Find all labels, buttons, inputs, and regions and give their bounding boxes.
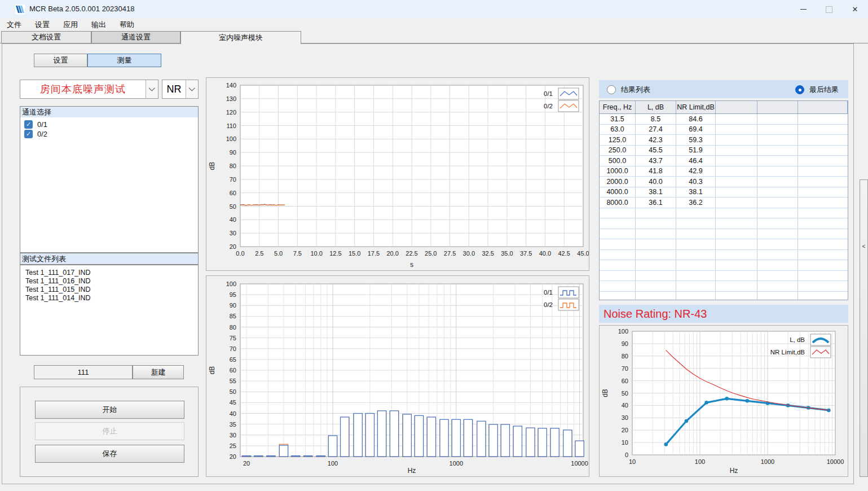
table-cell[interactable] bbox=[798, 125, 848, 135]
table-cell[interactable] bbox=[798, 229, 848, 239]
table-cell[interactable] bbox=[676, 260, 716, 270]
checkbox-checked-icon[interactable]: ✓ bbox=[24, 130, 33, 138]
table-cell[interactable] bbox=[757, 281, 798, 291]
table-cell[interactable] bbox=[600, 229, 636, 239]
table-cell[interactable] bbox=[757, 166, 798, 177]
table-cell[interactable] bbox=[757, 250, 798, 260]
table-cell[interactable] bbox=[798, 114, 848, 124]
table-cell[interactable] bbox=[716, 187, 757, 198]
table-cell[interactable] bbox=[636, 250, 676, 260]
table-cell[interactable] bbox=[716, 218, 757, 229]
table-cell[interactable]: 250.0 bbox=[600, 146, 636, 156]
table-cell[interactable] bbox=[636, 218, 676, 229]
table-cell[interactable] bbox=[716, 250, 757, 260]
tab-indoor-noise-module[interactable]: 室内噪声模块 bbox=[180, 31, 301, 44]
test-file-item[interactable]: Test 1_111_015_IND bbox=[20, 286, 198, 294]
sub-tab-settings[interactable]: 设置 bbox=[34, 54, 87, 67]
table-cell[interactable] bbox=[716, 229, 757, 239]
table-cell[interactable]: 31.5 bbox=[600, 114, 636, 124]
table-cell[interactable] bbox=[757, 292, 798, 301]
result-list-radio[interactable]: 结果列表 bbox=[607, 85, 650, 95]
table-cell[interactable]: 500.0 bbox=[600, 156, 636, 166]
table-cell[interactable] bbox=[716, 281, 757, 291]
table-cell[interactable] bbox=[600, 250, 636, 260]
table-cell[interactable] bbox=[798, 156, 848, 166]
new-button[interactable]: 新建 bbox=[133, 365, 184, 379]
start-button[interactable]: 开始 bbox=[35, 401, 184, 419]
table-cell[interactable] bbox=[716, 125, 757, 135]
radio-unchecked-icon[interactable] bbox=[607, 85, 616, 94]
table-cell[interactable] bbox=[600, 208, 636, 218]
table-cell[interactable] bbox=[676, 218, 716, 229]
sub-tab-measure[interactable]: 测量 bbox=[87, 54, 161, 67]
results-table[interactable]: Freq., HzL, dBNR Limit,dB31.58.584.663.0… bbox=[599, 100, 848, 300]
table-header-cell[interactable]: L, dB bbox=[636, 101, 676, 113]
table-cell[interactable]: 2000.0 bbox=[600, 177, 636, 187]
table-cell[interactable] bbox=[716, 260, 757, 270]
table-cell[interactable] bbox=[798, 218, 848, 229]
table-header-cell[interactable]: NR Limit,dB bbox=[676, 101, 716, 113]
table-cell[interactable] bbox=[757, 187, 798, 198]
maximize-button[interactable] bbox=[816, 0, 842, 19]
checkbox-checked-icon[interactable]: ✓ bbox=[24, 120, 33, 129]
table-cell[interactable] bbox=[757, 125, 798, 135]
table-header-cell[interactable] bbox=[716, 101, 757, 113]
table-cell[interactable]: 84.6 bbox=[676, 114, 716, 124]
table-header-cell[interactable]: Freq., Hz bbox=[600, 101, 636, 113]
table-cell[interactable] bbox=[798, 187, 848, 198]
tab-document-settings[interactable]: 文档设置 bbox=[1, 31, 91, 43]
table-cell[interactable]: 59.3 bbox=[676, 135, 716, 145]
table-cell[interactable]: 36.2 bbox=[676, 198, 716, 208]
table-cell[interactable] bbox=[600, 260, 636, 270]
close-button[interactable]: ✕ bbox=[842, 0, 868, 19]
table-cell[interactable] bbox=[716, 177, 757, 187]
table-cell[interactable] bbox=[676, 208, 716, 218]
table-cell[interactable] bbox=[716, 239, 757, 249]
table-header-cell[interactable] bbox=[757, 101, 798, 113]
table-cell[interactable]: 42.3 bbox=[636, 135, 676, 145]
table-cell[interactable] bbox=[798, 198, 848, 208]
table-cell[interactable] bbox=[636, 208, 676, 218]
channel-item-0-2[interactable]: ✓0/2 bbox=[20, 129, 198, 139]
table-cell[interactable] bbox=[798, 177, 848, 187]
menu-item-output[interactable]: 输出 bbox=[85, 19, 113, 31]
table-cell[interactable]: 40.0 bbox=[636, 177, 676, 187]
table-cell[interactable] bbox=[798, 239, 848, 249]
table-cell[interactable] bbox=[757, 114, 798, 124]
last-result-radio[interactable]: 最后结果 bbox=[795, 85, 839, 95]
table-cell[interactable]: 36.1 bbox=[636, 198, 676, 208]
chevron-down-icon[interactable] bbox=[186, 80, 198, 98]
table-cell[interactable] bbox=[636, 281, 676, 291]
table-cell[interactable] bbox=[600, 218, 636, 229]
table-cell[interactable] bbox=[798, 208, 848, 218]
table-cell[interactable] bbox=[757, 198, 798, 208]
table-cell[interactable] bbox=[676, 292, 716, 301]
table-cell[interactable] bbox=[798, 281, 848, 291]
table-cell[interactable]: 125.0 bbox=[600, 135, 636, 145]
table-cell[interactable] bbox=[676, 271, 716, 281]
table-cell[interactable]: 63.0 bbox=[600, 125, 636, 135]
table-cell[interactable] bbox=[636, 229, 676, 239]
table-header-cell[interactable] bbox=[798, 101, 848, 113]
save-button[interactable]: 保存 bbox=[35, 445, 184, 463]
table-cell[interactable] bbox=[757, 135, 798, 145]
table-cell[interactable] bbox=[676, 229, 716, 239]
menu-item-settings[interactable]: 设置 bbox=[28, 19, 56, 31]
table-cell[interactable]: 38.1 bbox=[636, 187, 676, 198]
table-cell[interactable] bbox=[600, 292, 636, 301]
table-cell[interactable] bbox=[757, 208, 798, 218]
table-cell[interactable]: 38.1 bbox=[676, 187, 716, 198]
table-cell[interactable]: 45.5 bbox=[636, 146, 676, 156]
table-cell[interactable] bbox=[716, 292, 757, 301]
table-cell[interactable]: 1000.0 bbox=[600, 166, 636, 177]
table-cell[interactable] bbox=[676, 239, 716, 249]
table-cell[interactable] bbox=[757, 156, 798, 166]
table-cell[interactable] bbox=[798, 271, 848, 281]
rating-type-dropdown[interactable]: NR bbox=[162, 80, 199, 99]
table-cell[interactable]: 51.9 bbox=[676, 146, 716, 156]
channel-item-0-1[interactable]: ✓0/1 bbox=[20, 120, 198, 129]
table-cell[interactable] bbox=[600, 281, 636, 291]
table-cell[interactable]: 69.4 bbox=[676, 125, 716, 135]
table-cell[interactable]: 42.9 bbox=[676, 166, 716, 177]
table-cell[interactable] bbox=[798, 146, 848, 156]
